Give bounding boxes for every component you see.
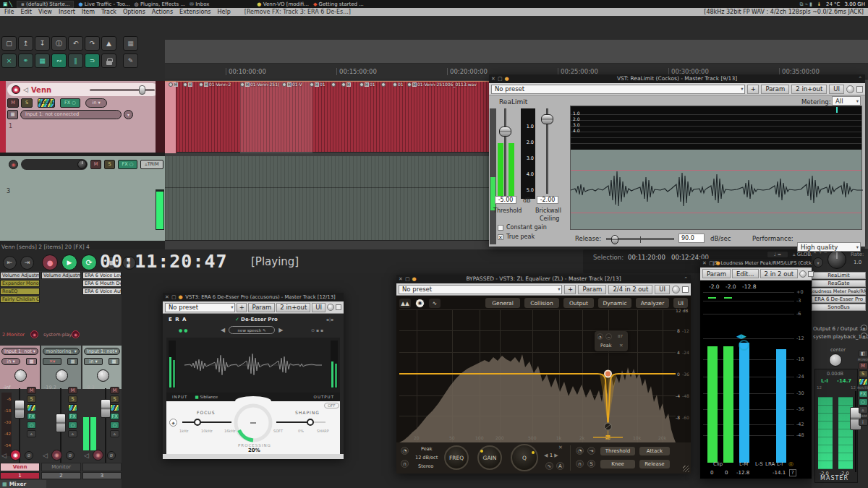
fx-power-button[interactable]: ○ (859, 398, 868, 406)
route-button[interactable] (859, 378, 868, 385)
item-chip[interactable]: M01 (310, 82, 326, 87)
attack-button[interactable]: Attack (639, 447, 670, 455)
input-select[interactable]: Input 1: not connected (20, 110, 122, 119)
item-chip[interactable]: M01-Venn-2 (199, 82, 231, 87)
fx-chain-item[interactable]: ReaLimit (812, 272, 866, 279)
band-solo-button[interactable]: − (605, 333, 612, 340)
mixer-fx-slot[interactable]: ReaEQ (0, 288, 40, 295)
track-name-cell[interactable]: Monitor (41, 463, 81, 471)
prev-band-icon[interactable]: ◀ (544, 453, 548, 458)
hw-output-send[interactable]: Output 6 / Output 7 (813, 326, 863, 332)
dynamic-solo-button[interactable]: S (587, 460, 595, 468)
item-chip[interactable]: M (169, 82, 179, 87)
mute-button[interactable]: M (27, 387, 36, 394)
mute-button[interactable]: M (68, 387, 77, 394)
info-button[interactable]: i (859, 419, 868, 426)
mute-button[interactable]: M (90, 160, 101, 169)
eq-graph[interactable]: ◔ − 87 Peak ✕ 20 50 100 200 500 1k 2k 5k… (399, 309, 676, 442)
pin-icon[interactable]: ● (179, 295, 183, 300)
fx-button[interactable]: FX (27, 413, 36, 420)
audition-diamond-button[interactable]: ◈ (169, 419, 177, 427)
phase-button[interactable]: ø (25, 451, 33, 460)
scribble-icon[interactable]: ∿ (429, 299, 441, 308)
record-arm-button[interactable]: ◉ (93, 450, 103, 461)
env-button[interactable]: ▵ (68, 430, 77, 437)
pan-knob[interactable] (77, 160, 87, 169)
settings-icons[interactable]: ⊙ ▪ ▪ (311, 328, 323, 333)
dynamic-listen-button[interactable]: ∩ (576, 460, 584, 468)
menu-track[interactable]: Track (101, 9, 116, 15)
route-button[interactable]: ROUTE (38, 98, 55, 108)
env-button[interactable]: ▵ (110, 430, 119, 437)
fx-button[interactable]: FX (110, 413, 119, 420)
master-name[interactable]: MASTER (820, 475, 848, 481)
menu-item[interactable]: Item (82, 9, 95, 15)
input-fx-button[interactable]: ✕ ▾ (43, 358, 61, 365)
track-number-cell[interactable]: 1 (0, 472, 40, 479)
collapse-icon[interactable]: ⌃ (858, 74, 862, 83)
item-chip[interactable]: M01 (359, 82, 375, 87)
band-power-button[interactable]: ◔ (401, 447, 409, 455)
taskbar-window-3[interactable]: ◍ Plugins, Effects ... (135, 1, 186, 7)
route-button[interactable] (27, 404, 36, 411)
mixer-fx-slot[interactable]: ERA 6 Voice Leve (82, 272, 122, 279)
snap-toggle-icon[interactable]: ⊃ (85, 53, 100, 68)
grid-toggle-icon[interactable]: ▦ (35, 53, 50, 68)
output-off-toggle[interactable]: OFF (324, 403, 339, 408)
track-name-cell[interactable] (82, 463, 122, 471)
gain-knob[interactable]: GAIN (477, 445, 502, 470)
record-arm-button[interactable]: ◉ (10, 450, 21, 461)
performance-select[interactable]: High quality▾ (797, 242, 861, 252)
input-select[interactable]: monitoring, r▾ (43, 348, 80, 355)
item-chip[interactable]: M (183, 82, 193, 87)
release-slider[interactable] (606, 238, 674, 240)
master-fader-track[interactable] (855, 391, 856, 472)
tab-general[interactable]: General (485, 298, 520, 308)
menu-help[interactable]: Help (218, 9, 231, 15)
io-button[interactable]: 2 in 2 out (760, 269, 799, 278)
record-arm-button[interactable]: ◉ (12, 85, 20, 94)
volume-readout[interactable]: -8.3 (85, 385, 95, 390)
fx-power-button[interactable]: ○ (110, 421, 119, 429)
preset-save-button[interactable]: + (564, 285, 576, 294)
freq-knob[interactable]: FREQ (444, 445, 469, 470)
shade-icon[interactable]: ▢ (709, 261, 714, 266)
mixer-fx-slot[interactable]: Volume Adjustm (0, 272, 40, 279)
focus-slider[interactable] (182, 421, 231, 423)
pencil-mode-icon[interactable]: ✎ (123, 53, 138, 68)
item-grouping-icon[interactable]: ⚭ (18, 53, 33, 68)
bypass-checkbox[interactable] (856, 86, 863, 93)
tab-analyzer[interactable]: Analyzer (636, 298, 669, 308)
media-item-track1[interactable] (165, 81, 489, 153)
fx-power-button[interactable]: ○ (27, 421, 36, 429)
band-listen-button[interactable]: ∩ (401, 460, 409, 468)
io-button[interactable]: 2/4 in 2 out (608, 285, 652, 294)
speaker-icon[interactable]: ◁ (23, 86, 28, 93)
solo-button[interactable]: S (110, 395, 119, 403)
band-close-icon[interactable]: ✕ (558, 445, 563, 450)
mixer-fx-slot[interactable]: Volume Adjustm (41, 272, 81, 279)
true-peak-checkbox[interactable]: ✕ (498, 234, 503, 240)
io-button[interactable]: 2 in+out (791, 85, 827, 94)
tcp-track3[interactable]: ◉ M S FX ○ ▵TRIM 3 (0, 156, 165, 241)
preset-select[interactable]: No preset▾ (165, 303, 235, 312)
env-button[interactable]: ▵ (27, 430, 36, 437)
hw-output-send[interactable]: system:playback_1 (Ou (813, 334, 868, 340)
arrange-vscrollbar[interactable] (865, 80, 868, 249)
ceiling-thumb[interactable] (541, 114, 553, 124)
analyzer-logo-icon[interactable]: ▲▲ (399, 299, 411, 308)
ceiling-value[interactable]: -2.00 (537, 196, 558, 204)
track-name-cell[interactable]: Venn (0, 463, 40, 471)
repeat-button[interactable]: ⟳ (81, 254, 97, 270)
pin-icon[interactable]: ● (505, 77, 509, 82)
mute-button[interactable]: M (859, 362, 868, 369)
item-chip[interactable] (331, 82, 336, 87)
solo-button[interactable]: S (21, 98, 33, 108)
timecode-display[interactable]: 00:11:20:47 (100, 251, 228, 272)
fx-power-button[interactable]: ○ (68, 421, 77, 429)
realimit-titlebar[interactable]: ✕▢● VST: ReaLimit (Cockos) - Master Trac… (489, 74, 865, 83)
shade-icon[interactable]: ▢ (405, 277, 410, 282)
header-utility-icons[interactable]: ▪|▪ (326, 317, 333, 322)
taskbar-window-1[interactable]: ▪ (default) Starte... (17, 1, 74, 8)
release-thumb[interactable] (611, 235, 618, 244)
